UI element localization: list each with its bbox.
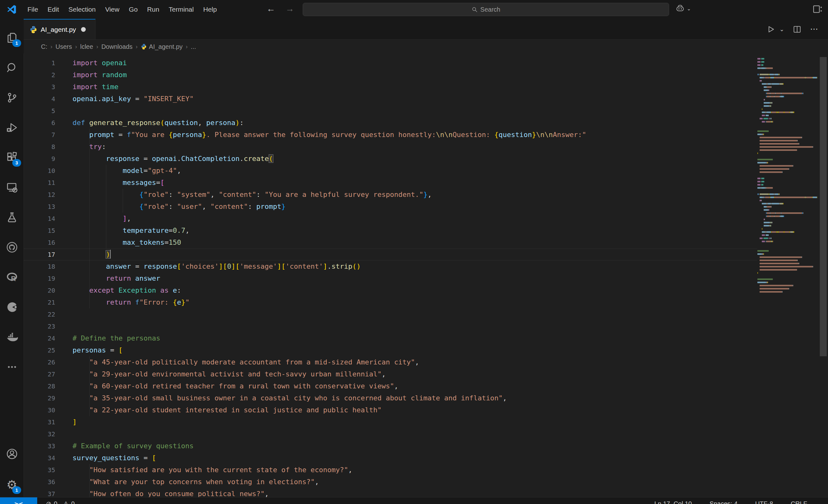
line-content: try: <box>73 141 106 153</box>
line-content: "How satisfied are you with the current … <box>73 464 352 476</box>
code-line-10[interactable]: 10 model="gpt-4", <box>24 165 757 177</box>
code-line-13[interactable]: 13 {"role": "user", "content": prompt} <box>24 201 757 213</box>
code-line-30[interactable]: 30 "a 22-year-old student interested in … <box>24 404 757 416</box>
activity-item-files[interactable]: 1 <box>0 26 24 49</box>
code-line-20[interactable]: 20 except Exception as e: <box>24 284 757 296</box>
code-line-6[interactable]: 6def generate_response(question, persona… <box>24 117 757 129</box>
line-number: 3 <box>24 81 55 93</box>
minimap-line <box>757 89 817 92</box>
search-icon <box>6 61 18 74</box>
problems-status[interactable]: ⊘ 0 ⚠ 0 <box>46 500 75 504</box>
activity-item-pacman[interactable] <box>0 295 24 319</box>
line-number: 34 <box>24 452 55 464</box>
vscode-window: FileEditSelectionViewGoRunTerminalHelp ←… <box>0 0 828 504</box>
code-line-29[interactable]: 29 "a 35-year-old small business owner i… <box>24 392 757 404</box>
line-number: 26 <box>24 356 55 368</box>
code-line-35[interactable]: 35 "How satisfied are you with the curre… <box>24 464 757 476</box>
status-item-crlf[interactable]: CRLF <box>791 500 807 504</box>
minimap-line <box>757 76 817 79</box>
minimap-line <box>757 271 817 274</box>
activity-item-settings-gear[interactable]: ⚙1 <box>0 473 24 496</box>
activity-item-account[interactable] <box>0 442 24 466</box>
line-number: 28 <box>24 380 55 392</box>
code-line-2[interactable]: 2import random <box>24 69 757 81</box>
code-line-21[interactable]: 21 return f"Error: {e}" <box>24 296 757 308</box>
vertical-scrollbar[interactable] <box>819 53 827 497</box>
code-line-15[interactable]: 15 temperature=0.7, <box>24 225 757 237</box>
code-line-31[interactable]: 31] <box>24 416 757 428</box>
minimap-line <box>757 114 817 117</box>
status-item-spaces[interactable]: Spaces: 4 <box>709 500 738 504</box>
scrollbar-thumb[interactable] <box>820 57 827 356</box>
minimap-line <box>757 240 817 243</box>
testing-icon <box>6 211 18 224</box>
code-line-34[interactable]: 34survey_questions = [ <box>24 452 757 464</box>
line-number: 29 <box>24 392 55 404</box>
code-line-1[interactable]: 1import openai <box>24 57 757 69</box>
status-item-utf-8[interactable]: UTF-8 <box>755 500 773 504</box>
activity-item-docker[interactable] <box>0 325 24 349</box>
activity-item-extensions[interactable]: 3 <box>0 145 24 169</box>
code-line-32[interactable]: 32 <box>24 428 757 440</box>
minimap-line <box>757 82 817 85</box>
code-line-22[interactable]: 22 <box>24 308 757 320</box>
code-line-3[interactable]: 3import time <box>24 81 757 93</box>
code-line-27[interactable]: 27 "a 29-year-old environmental activist… <box>24 368 757 380</box>
minimap[interactable] <box>757 57 817 404</box>
line-number: 12 <box>24 189 55 201</box>
line-number: 11 <box>24 177 55 189</box>
line-content: import openai <box>73 57 127 69</box>
line-content: return answer <box>73 272 160 284</box>
code-line-19[interactable]: 19 return answer <box>24 272 757 284</box>
line-content: max_tokens=150 <box>73 237 181 248</box>
code-line-16[interactable]: 16 max_tokens=150 <box>24 237 757 248</box>
code-line-11[interactable]: 11 messages=[ <box>24 177 757 189</box>
code-line-7[interactable]: 7 prompt = f"You are {persona}. Please a… <box>24 129 757 141</box>
code-line-36[interactable]: 36 "What are your top concerns when voti… <box>24 476 757 488</box>
code-line-12[interactable]: 12 {"role": "system", "content": "You ar… <box>24 189 757 201</box>
minimap-line <box>757 120 817 123</box>
activity-item-remote-explorer[interactable] <box>0 176 24 199</box>
remote-indicator[interactable]: >< <box>0 497 37 504</box>
line-content: "a 22-year-old student interested in soc… <box>73 404 381 416</box>
code-line-9[interactable]: 9 response = openai.ChatCompletion.creat… <box>24 153 757 165</box>
activity-item-run-debug[interactable] <box>0 116 24 139</box>
code-line-26[interactable]: 26 "a 45-year-old politically moderate a… <box>24 356 757 368</box>
status-bar: >< ⊘ 0 ⚠ 0 Ln 17, Col 10Spaces: 4UTF-8CR… <box>0 497 828 504</box>
code-line-17[interactable]: 17 ) <box>24 248 757 261</box>
minimap-line <box>757 104 817 107</box>
status-item-ln[interactable]: Ln 17, Col 10 <box>654 500 692 504</box>
code-line-14[interactable]: 14 ], <box>24 213 757 225</box>
line-number: 24 <box>24 332 55 344</box>
minimap-line <box>757 274 817 277</box>
minimap-line <box>757 205 817 208</box>
code-line-8[interactable]: 8 try: <box>24 141 757 153</box>
activity-item-testing[interactable] <box>0 205 24 229</box>
minimap-line <box>757 237 817 240</box>
minimap-line <box>757 167 817 171</box>
code-line-33[interactable]: 33# Example of survey questions <box>24 440 757 452</box>
activity-item-more[interactable] <box>0 355 24 379</box>
line-number: 4 <box>24 93 55 105</box>
code-line-4[interactable]: 4openai.api_key = "INSERT_KEY" <box>24 93 757 105</box>
line-content: temperature=0.7, <box>73 225 190 237</box>
badge: 3 <box>12 159 21 167</box>
activity-item-search[interactable] <box>0 56 24 79</box>
code-line-18[interactable]: 18 answer = response['choices'][0]['mess… <box>24 261 757 272</box>
line-content: "a 60-year-old retired teacher from a ru… <box>73 380 398 392</box>
warning-count: 0 <box>71 500 75 504</box>
activity-item-source-control[interactable] <box>0 86 24 109</box>
code-line-24[interactable]: 24# Define the personas <box>24 332 757 344</box>
activity-item-r-language[interactable]: R <box>0 265 24 289</box>
code-line-25[interactable]: 25personas = [ <box>24 344 757 356</box>
line-content: answer = response['choices'][0]['message… <box>73 261 361 272</box>
code-line-28[interactable]: 28 "a 60-year-old retired teacher from a… <box>24 380 757 392</box>
activity-item-github[interactable] <box>0 235 24 259</box>
line-number: 19 <box>24 272 55 284</box>
run-debug-icon <box>6 121 18 134</box>
code-line-23[interactable]: 23 <box>24 320 757 332</box>
minimap-line <box>757 57 817 60</box>
minimap-line <box>757 265 817 268</box>
line-number: 36 <box>24 476 55 488</box>
code-line-5[interactable]: 5 <box>24 105 757 117</box>
